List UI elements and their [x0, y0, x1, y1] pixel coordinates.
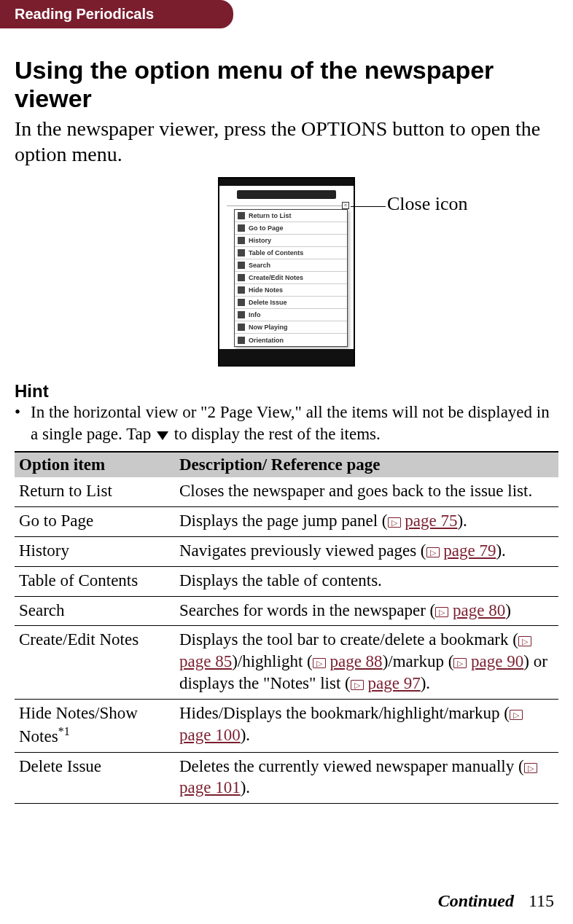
- txt: ).: [457, 512, 467, 530]
- figure-wrap: × Return to List Go to Page History Tabl…: [15, 177, 558, 367]
- opt-return-desc: Closes the newspaper and goes back to th…: [175, 477, 558, 506]
- page-content: Using the option menu of the newspaper v…: [0, 28, 573, 804]
- page-ref-icon: ▷: [351, 680, 364, 690]
- info-icon: [238, 311, 245, 318]
- table-row: History Navigates previously viewed page…: [15, 536, 558, 566]
- txt: Displays the page jump panel (: [179, 512, 388, 530]
- txt: ): [505, 601, 511, 619]
- table-row: Create/Edit Notes Displays the tool bar …: [15, 626, 558, 700]
- opt-history-desc: Navigates previously viewed pages (▷ pag…: [175, 536, 558, 566]
- opt-toc-desc: Displays the table of contents.: [175, 566, 558, 596]
- txt: )/markup (: [383, 652, 454, 670]
- page-ref-icon: ▷: [453, 658, 467, 668]
- mock-menu-item: Now Playing: [235, 321, 347, 334]
- page-ref-icon: ▷: [510, 710, 523, 720]
- mock-menu-label: Create/Edit Notes: [249, 274, 303, 281]
- mock-menu-item: Search: [235, 259, 347, 272]
- txt: )/highlight (: [232, 652, 313, 670]
- page-link-90[interactable]: page 90: [471, 652, 523, 670]
- mock-menu-item: Table of Contents: [235, 247, 347, 259]
- mock-masthead: [237, 190, 336, 199]
- mock-close-icon: ×: [342, 202, 349, 209]
- footnote-ref: *1: [58, 725, 70, 737]
- page-link-85[interactable]: page 85: [179, 652, 232, 670]
- opt-search-desc: Searches for words in the newspaper (▷ p…: [175, 596, 558, 626]
- mock-status-bar: [219, 179, 354, 186]
- page-link-101[interactable]: page 101: [179, 778, 241, 796]
- table-row: Table of Contents Displays the table of …: [15, 566, 558, 596]
- opt-notes-item: Create/Edit Notes: [15, 626, 175, 700]
- intro-text: In the newspaper viewer, press the OPTIO…: [15, 116, 558, 167]
- callout-label: Close icon: [387, 193, 468, 215]
- mock-menu-label: History: [249, 237, 271, 244]
- mock-menu-label: Delete Issue: [249, 299, 287, 306]
- pencil-icon: [238, 274, 245, 281]
- txt: Displays the tool bar to create/delete a…: [179, 630, 518, 649]
- txt: ).: [421, 674, 430, 692]
- opt-notes-desc: Displays the tool bar to create/delete a…: [175, 626, 558, 700]
- txt: ).: [241, 726, 250, 744]
- mock-menu-label: Go to Page: [249, 224, 284, 232]
- mock-bottom-bar: [219, 349, 354, 365]
- page-footer: Continued 115: [438, 891, 554, 911]
- table-row: Search Searches for words in the newspap…: [15, 596, 558, 626]
- table-row: Go to Page Displays the page jump panel …: [15, 506, 558, 536]
- page-link-80[interactable]: page 80: [453, 601, 505, 619]
- page-title: Using the option menu of the newspaper v…: [15, 56, 558, 113]
- page-ref-icon: ▷: [524, 763, 537, 773]
- chapter-header: Reading Periodicals: [0, 0, 233, 28]
- mock-menu-item: Hide Notes: [235, 284, 347, 297]
- page-link-79[interactable]: page 79: [443, 541, 496, 560]
- mock-option-menu: Return to List Go to Page History Table …: [234, 209, 348, 347]
- page-link-97[interactable]: page 97: [367, 674, 420, 692]
- return-icon: [238, 212, 245, 219]
- search-icon: [238, 262, 245, 269]
- opt-toc-item: Table of Contents: [15, 566, 175, 596]
- bullet-icon: •: [15, 402, 31, 445]
- mock-menu-item: History: [235, 235, 347, 247]
- play-icon: [238, 324, 245, 331]
- txt: Hides/Displays the bookmark/highlight/ma…: [179, 704, 510, 722]
- page-ref-icon: ▷: [426, 547, 440, 557]
- opt-delete-desc: Deletes the currently viewed newspaper m…: [175, 752, 558, 804]
- page-ref-icon: ▷: [518, 636, 531, 646]
- page-link-88[interactable]: page 88: [330, 652, 382, 670]
- page-number: 115: [529, 891, 554, 910]
- col-description: Description/ Reference page: [175, 452, 558, 477]
- txt: ).: [241, 778, 250, 796]
- orientation-icon: [238, 337, 245, 344]
- opt-delete-item: Delete Issue: [15, 752, 175, 804]
- mock-menu-item: Return to List: [235, 210, 347, 222]
- continued-label: Continued: [438, 891, 514, 910]
- mock-menu-item: Orientation: [235, 334, 347, 346]
- hint-body: • In the horizontal view or "2 Page View…: [15, 402, 558, 445]
- mock-menu-label: Return to List: [249, 212, 292, 219]
- table-row: Hide Notes/Show Notes*1 Hides/Displays t…: [15, 700, 558, 752]
- hint-line: In the horizontal view or "2 Page View,"…: [31, 402, 558, 445]
- page-link-75[interactable]: page 75: [405, 512, 457, 530]
- opt-hide-desc: Hides/Displays the bookmark/highlight/ma…: [175, 700, 558, 752]
- page-link-100[interactable]: page 100: [179, 726, 241, 744]
- options-table: Option item Description/ Reference page …: [15, 451, 558, 804]
- down-arrow-icon: [157, 431, 168, 440]
- hint-heading: Hint: [15, 381, 558, 402]
- table-header-row: Option item Description/ Reference page: [15, 452, 558, 477]
- opt-goto-desc: Displays the page jump panel (▷ page 75)…: [175, 506, 558, 536]
- opt-hide-item: Hide Notes/Show Notes*1: [15, 700, 175, 752]
- callout-leader-line: [351, 206, 386, 207]
- mock-menu-item: Info: [235, 309, 347, 321]
- page-ref-icon: ▷: [313, 658, 326, 668]
- hide-icon: [238, 286, 245, 294]
- table-row: Delete Issue Deletes the currently viewe…: [15, 752, 558, 804]
- opt-return-item: Return to List: [15, 477, 175, 506]
- opt-history-item: History: [15, 536, 175, 566]
- txt: Deletes the currently viewed newspaper m…: [179, 757, 524, 775]
- mock-menu-item: Delete Issue: [235, 297, 347, 309]
- opt-goto-item: Go to Page: [15, 506, 175, 536]
- txt: ).: [496, 541, 505, 560]
- opt-search-item: Search: [15, 596, 175, 626]
- history-icon: [238, 237, 245, 244]
- chapter-title: Reading Periodicals: [15, 6, 154, 22]
- mock-menu-label: Now Playing: [249, 324, 288, 331]
- col-option-item: Option item: [15, 452, 175, 477]
